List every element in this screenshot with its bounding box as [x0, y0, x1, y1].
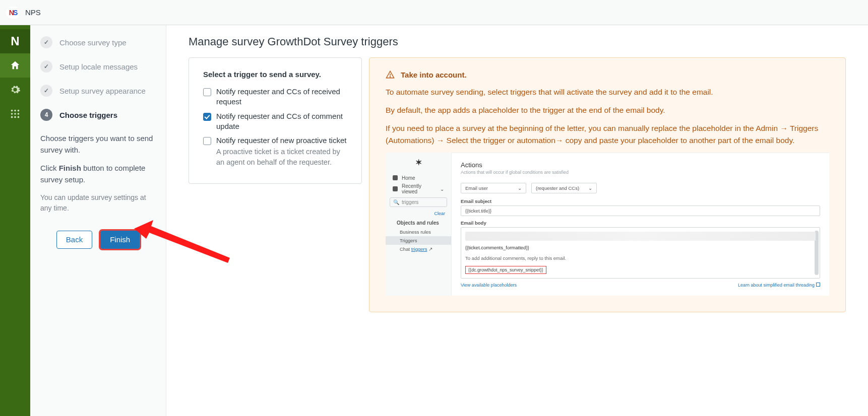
svg-point-10: [390, 77, 390, 77]
gear-icon: [10, 84, 21, 95]
zendesk-logo-icon: ✶: [386, 158, 451, 172]
mock-label: Email body: [461, 220, 820, 226]
app-logo: NS: [6, 7, 20, 19]
admin-screenshot: ✶ Home Recently viewed⌄ 🔍triggers Clear …: [386, 153, 829, 296]
svg-point-6: [11, 116, 13, 118]
info-paragraph: To automate survey sending, select trigg…: [386, 86, 829, 98]
help-line-2: Click Finish button to complete survey s…: [40, 163, 156, 185]
svg-point-4: [14, 113, 16, 115]
mock-caption: Actions that will occur if global condit…: [461, 170, 820, 175]
steps-sidebar: ✓ Choose survey type ✓ Setup locale mess…: [30, 25, 166, 416]
checkbox[interactable]: [203, 113, 211, 121]
home-icon: [393, 175, 398, 180]
chevron-down-icon: ⌄: [588, 185, 592, 191]
svg-point-8: [18, 116, 20, 118]
rail-brand[interactable]: N: [0, 29, 30, 53]
checkbox[interactable]: [203, 137, 211, 145]
svg-point-0: [11, 110, 13, 112]
mock-input: {{ticket.title}}: [461, 205, 820, 216]
svg-point-3: [11, 113, 13, 115]
mock-search: 🔍triggers: [390, 197, 447, 207]
chevron-down-icon: ⌄: [518, 185, 522, 191]
svg-point-5: [18, 113, 20, 115]
external-link-icon: [816, 283, 820, 287]
info-paragraph: If you need to place a survey at the beg…: [386, 122, 829, 147]
rail-settings[interactable]: [0, 78, 30, 102]
check-icon: ✓: [40, 60, 52, 73]
info-panel: Take into account. To automate survey se…: [369, 57, 846, 312]
mock-footer: View available placeholders Learn about …: [461, 283, 820, 288]
step-label: Setup locale messages: [59, 62, 138, 71]
mock-select: (requester and CCs)⌄: [531, 183, 597, 193]
svg-point-2: [18, 110, 20, 112]
triggers-card: Select a trigger to send a survey. Notif…: [189, 57, 362, 184]
card-title: Select a trigger to send a survey.: [203, 70, 347, 79]
mock-email-body: {{ticket.comments_formatted}} To add add…: [461, 227, 820, 279]
step-label: Setup survey appearance: [59, 87, 146, 95]
topbar: NS NPS: [0, 0, 868, 25]
clock-icon: [393, 186, 398, 191]
check-icon: ✓: [40, 36, 52, 48]
page-title: Manage survey GrowthDot Survey triggers: [189, 35, 846, 48]
rail-home[interactable]: [0, 53, 30, 78]
checkbox[interactable]: [203, 88, 211, 96]
info-heading: Take into account.: [386, 70, 829, 79]
option-label: Notify requester and CCs of comment upda…: [216, 111, 347, 132]
svg-point-7: [14, 116, 16, 118]
mock-content: Actions Actions that will occur if globa…: [451, 153, 829, 296]
step-number: 4: [40, 109, 52, 121]
step-4[interactable]: 4 Choose triggers: [40, 109, 156, 121]
step-3[interactable]: ✓ Setup survey appearance: [40, 85, 156, 97]
mock-subitem: Business rules: [386, 228, 451, 236]
mock-select: Email user⌄: [461, 183, 526, 193]
mock-snippet-highlight: {{dc.growthdot_nps_survey_snippet}}: [465, 266, 546, 274]
option-label: Notify requester of new proactive ticket: [216, 135, 347, 146]
svg-point-1: [14, 110, 16, 112]
option-label: Notify requester and CCs of received req…: [216, 87, 347, 107]
finish-button[interactable]: Finish: [100, 231, 140, 249]
mock-nav-home: Home: [386, 172, 451, 183]
mock-link-right: Learn about simplified email threading: [738, 283, 820, 288]
left-rail: N: [0, 25, 30, 416]
grid-icon: [10, 108, 21, 119]
search-icon: 🔍: [393, 199, 399, 205]
help-line-1: Choose triggers you want to send survey …: [40, 133, 156, 156]
main: Manage survey GrowthDot Survey triggers …: [166, 25, 868, 416]
mock-body-text: {{ticket.comments_formatted}}: [465, 245, 816, 250]
step-help: Choose triggers you want to send survey …: [40, 133, 156, 214]
mock-clear-link: Clear: [386, 210, 451, 217]
step-2[interactable]: ✓ Setup locale messages: [40, 60, 156, 73]
step-1[interactable]: ✓ Choose survey type: [40, 36, 156, 48]
step-buttons: Back Finish: [40, 231, 156, 249]
mock-nav-recent: Recently viewed⌄: [386, 183, 451, 194]
home-icon: [10, 60, 21, 71]
info-paragraph: By default, the app adds a placeholder t…: [386, 104, 829, 116]
step-label: Choose survey type: [59, 38, 127, 47]
back-button[interactable]: Back: [56, 231, 92, 249]
trigger-option[interactable]: Notify requester and CCs of received req…: [203, 87, 347, 107]
trigger-option[interactable]: Notify requester and CCs of comment upda…: [203, 111, 347, 132]
mock-subitem-active: Triggers: [386, 236, 451, 245]
mock-subitem: Chat triggers ↗: [386, 245, 451, 253]
trigger-option[interactable]: Notify requester of new proactive ticket…: [203, 135, 347, 167]
mock-heading: Actions: [461, 161, 820, 169]
blurred-line: [465, 232, 816, 241]
check-icon: ✓: [40, 85, 52, 97]
mock-group: Objects and rules: [386, 218, 451, 228]
mock-body-note: To add additional comments, reply to thi…: [465, 255, 816, 261]
app-name: NPS: [25, 8, 41, 17]
logo-s: S: [13, 9, 17, 17]
mock-label: Email subject: [461, 198, 820, 204]
chevron-down-icon: ⌄: [440, 186, 444, 192]
mock-sidebar: ✶ Home Recently viewed⌄ 🔍triggers Clear …: [386, 153, 451, 296]
rail-apps[interactable]: [0, 102, 30, 126]
warning-icon: [386, 70, 395, 79]
mock-link-left: View available placeholders: [461, 283, 517, 288]
option-sublabel: A proactive ticket is a ticket created b…: [216, 147, 347, 167]
help-line-3: You can update survey settings at any ti…: [40, 192, 156, 214]
step-label: Choose triggers: [59, 111, 117, 119]
external-link-icon: ↗: [428, 246, 432, 252]
